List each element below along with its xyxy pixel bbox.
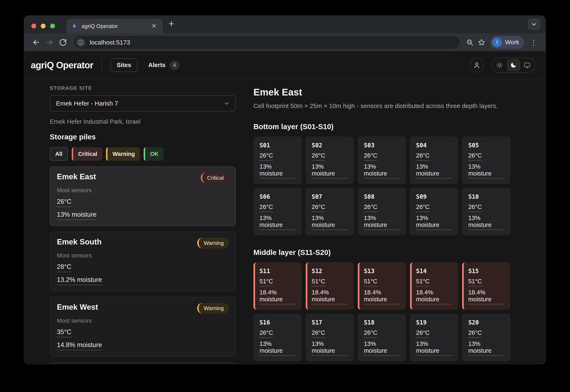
close-icon[interactable]: ✕	[150, 22, 158, 30]
pile-card[interactable]: Emek South Warning Most sensors 28°C 13.…	[50, 232, 236, 291]
sensor-moisture[interactable]: 18.4% moisture	[312, 289, 348, 305]
star-icon[interactable]	[476, 37, 487, 48]
nav-sites-button[interactable]: Sites	[110, 58, 137, 72]
sensor-temperature[interactable]: 26°C	[416, 204, 430, 212]
pile-moisture[interactable]: 13% moisture	[57, 211, 97, 220]
sensor-moisture[interactable]: 13% moisture	[312, 340, 348, 356]
sun-icon[interactable]	[493, 59, 506, 71]
sensor-temperature[interactable]: 51°C	[364, 278, 378, 286]
reload-icon[interactable]	[56, 36, 70, 49]
forward-icon[interactable]	[43, 36, 56, 49]
sensor-id: S04	[416, 142, 452, 149]
sensor-temperature[interactable]: 26°C	[312, 152, 325, 161]
new-tab-button[interactable]: +	[169, 18, 174, 29]
chevron-down-icon[interactable]	[527, 18, 541, 30]
filter-chip-all[interactable]: All	[50, 147, 68, 161]
sensor-moisture[interactable]: 18.4% moisture	[364, 289, 400, 305]
sensor-moisture[interactable]: 13% moisture	[468, 340, 504, 356]
sensor-card: S09 26°C 13% moisture	[410, 188, 458, 235]
pile-temperature[interactable]: 35°C	[57, 328, 71, 337]
monitor-icon[interactable]	[521, 59, 534, 71]
pile-card[interactable]: Emek East Critical Most sensors 26°C 13%…	[50, 167, 236, 226]
minimize-window-button[interactable]	[41, 24, 45, 28]
sensor-temperature[interactable]: 51°C	[312, 278, 325, 286]
back-icon[interactable]	[29, 36, 43, 49]
site-select[interactable]: Emek Hefer - Harish 7	[50, 95, 236, 112]
sensor-temperature[interactable]: 26°C	[468, 329, 482, 338]
pile-card[interactable]: Emek North OK Most sensors 21°C 12.5% mo…	[50, 362, 236, 364]
sensor-moisture[interactable]: 18.4% moisture	[468, 289, 504, 305]
sensor-card: S17 26°C 13% moisture	[306, 314, 354, 361]
sensor-grid: S01 26°C 13% moisture S02 26°C 13% moist…	[253, 137, 510, 235]
url-text: localhost:5173	[90, 39, 130, 46]
window-controls	[31, 24, 55, 28]
sensor-temperature[interactable]: 26°C	[364, 152, 378, 161]
sensor-moisture[interactable]: 13% moisture	[312, 163, 348, 179]
sensor-temperature[interactable]: 26°C	[260, 204, 273, 212]
sensor-temperature[interactable]: 26°C	[312, 204, 325, 212]
sensor-moisture[interactable]: 18.4% moisture	[416, 289, 452, 305]
sensor-id: S10	[468, 193, 504, 200]
browser-tab[interactable]: agriQ Operator ✕	[67, 19, 163, 33]
pile-moisture[interactable]: 14.8% moisture	[57, 341, 102, 350]
browser-profile-chip[interactable]: I Work	[490, 36, 524, 49]
sensor-moisture[interactable]: 13% moisture	[260, 340, 295, 356]
filter-chip-warning[interactable]: Warning	[106, 147, 140, 161]
sensor-temperature[interactable]: 26°C	[416, 152, 430, 161]
sensor-moisture[interactable]: 13% moisture	[416, 340, 452, 356]
pile-filters: All Critical Warning OK	[50, 147, 236, 161]
sensor-temperature[interactable]: 26°C	[416, 329, 430, 338]
close-window-button[interactable]	[31, 24, 36, 28]
moon-icon[interactable]	[507, 59, 520, 71]
sensor-temperature[interactable]: 26°C	[364, 329, 378, 338]
pile-temperature[interactable]: 26°C	[57, 198, 71, 207]
pile-name: Emek East	[57, 172, 96, 181]
filter-chip-critical[interactable]: Critical	[72, 147, 102, 161]
pile-temperature[interactable]: 28°C	[57, 263, 71, 272]
sensor-card: S14 51°C 18.4% moisture	[410, 263, 458, 310]
status-badge: Critical	[201, 172, 229, 183]
sensor-moisture[interactable]: 13% moisture	[260, 163, 295, 179]
sensor-temperature[interactable]: 26°C	[468, 204, 482, 212]
sensor-moisture[interactable]: 13% moisture	[312, 215, 348, 230]
nav-alerts-label: Alerts	[148, 62, 165, 69]
sensor-temperature[interactable]: 26°C	[364, 204, 378, 212]
sensor-temperature[interactable]: 51°C	[468, 278, 482, 286]
sensor-moisture[interactable]: 13% moisture	[364, 163, 400, 179]
more-vertical-icon[interactable]: ⋮	[527, 38, 540, 47]
user-icon[interactable]	[470, 58, 484, 72]
zoom-out-icon[interactable]	[464, 37, 476, 48]
sensor-temperature[interactable]: 26°C	[260, 152, 273, 161]
alerts-count-badge: 4	[170, 61, 179, 70]
pile-name: Emek West	[57, 303, 98, 311]
layer-section: Bottom layer (S01-S10) S01 26°C 13% mois…	[253, 123, 510, 235]
sensor-moisture[interactable]: 18.4% moisture	[260, 289, 295, 305]
sensor-card: S07 26°C 13% moisture	[306, 188, 354, 235]
sensor-temperature[interactable]: 51°C	[260, 278, 273, 286]
sensor-temperature[interactable]: 26°C	[312, 329, 325, 338]
sensor-card: S20 26°C 13% moisture	[462, 314, 510, 361]
sensor-card: S03 26°C 13% moisture	[358, 137, 406, 184]
sensor-temperature[interactable]: 26°C	[468, 152, 482, 161]
sensor-moisture[interactable]: 13% moisture	[468, 163, 504, 179]
url-bar[interactable]: localhost:5173	[74, 36, 460, 49]
pile-moisture[interactable]: 13.2% moisture	[57, 276, 102, 285]
sensor-temperature[interactable]: 26°C	[260, 329, 273, 338]
bolt-favicon-icon	[71, 23, 78, 29]
filter-chip-ok[interactable]: OK	[144, 147, 164, 161]
info-icon[interactable]	[76, 38, 86, 47]
sensor-moisture[interactable]: 13% moisture	[416, 163, 452, 179]
sensor-moisture[interactable]: 13% moisture	[364, 340, 400, 356]
sensor-moisture[interactable]: 13% moisture	[468, 215, 504, 230]
sensor-temperature[interactable]: 51°C	[416, 278, 430, 286]
sensor-moisture[interactable]: 13% moisture	[260, 215, 295, 230]
sensor-moisture[interactable]: 13% moisture	[364, 215, 400, 230]
sensor-moisture[interactable]: 13% moisture	[416, 215, 452, 230]
zoom-window-button[interactable]	[50, 24, 55, 28]
pile-card[interactable]: Emek West Warning Most sensors 35°C 14.8…	[50, 297, 236, 356]
filter-chip-label: OK	[150, 151, 159, 157]
tab-title: agriQ Operator	[82, 23, 150, 29]
sensor-card: S19 26°C 13% moisture	[410, 314, 458, 361]
sensor-card: S11 51°C 18.4% moisture	[253, 263, 302, 310]
nav-alerts-button[interactable]: Alerts 4	[148, 61, 179, 70]
